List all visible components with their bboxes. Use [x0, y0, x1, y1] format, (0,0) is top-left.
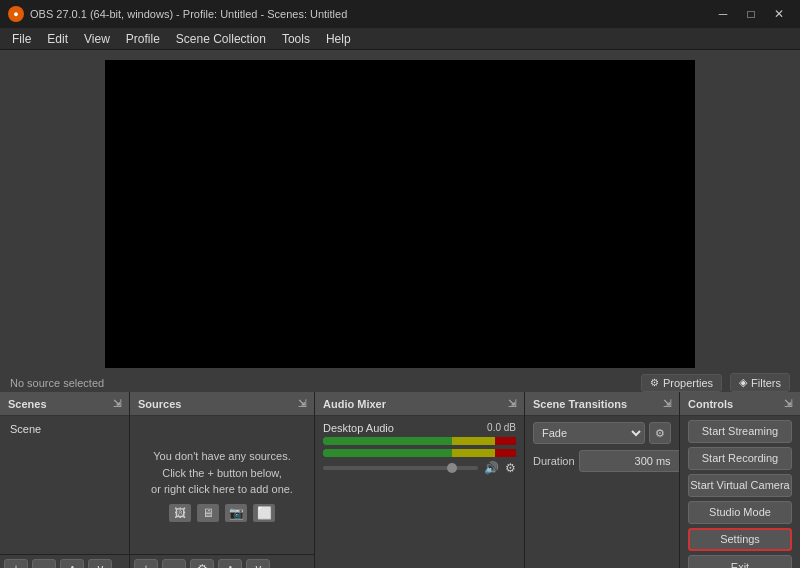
scenes-content: Scene — [0, 416, 129, 554]
menu-file[interactable]: File — [4, 28, 39, 50]
desktop-audio-label: Desktop Audio — [323, 422, 394, 434]
sources-up-button[interactable]: ∧ — [218, 559, 242, 569]
transition-type-select[interactable]: Fade — [533, 422, 645, 444]
window-title: OBS 27.0.1 (64-bit, windows) - Profile: … — [30, 8, 347, 20]
audio-content: Desktop Audio 0.0 dB — [315, 416, 524, 568]
scenes-header: Scenes ⇲ — [0, 392, 129, 416]
close-button[interactable]: ✕ — [766, 4, 792, 24]
audio-mixer-panel: Audio Mixer ⇲ Desktop Audio 0.0 dB — [315, 392, 525, 568]
source-icon-image: 🖼 — [169, 504, 191, 522]
bottom-panels: Scenes ⇲ Scene + − ∧ ∨ Sources ⇲ You don… — [0, 392, 800, 568]
scenes-panel: Scenes ⇲ Scene + − ∧ ∨ — [0, 392, 130, 568]
audio-db: 0.0 dB — [487, 422, 516, 434]
meter-green — [323, 437, 452, 445]
menu-scene-collection[interactable]: Scene Collection — [168, 28, 274, 50]
duration-input[interactable] — [579, 450, 679, 472]
menu-tools[interactable]: Tools — [274, 28, 318, 50]
audio-expand-icon[interactable]: ⇲ — [508, 398, 516, 409]
audio-track: Desktop Audio 0.0 dB — [315, 416, 524, 481]
duration-label: Duration — [533, 455, 575, 467]
source-icon-monitor: 🖥 — [197, 504, 219, 522]
scenes-down-button[interactable]: ∨ — [88, 559, 112, 569]
start-recording-button[interactable]: Start Recording — [688, 447, 792, 470]
scenes-add-button[interactable]: + — [4, 559, 28, 569]
preview-area — [0, 50, 800, 373]
maximize-button[interactable]: □ — [738, 4, 764, 24]
scenes-remove-button[interactable]: − — [32, 559, 56, 569]
sources-settings-button[interactable]: ⚙ — [190, 559, 214, 569]
menu-view[interactable]: View — [76, 28, 118, 50]
filter-icon: ◈ — [739, 376, 747, 389]
meter-bar — [323, 437, 516, 445]
sources-hint-line3: or right click here to add one. — [151, 481, 293, 498]
source-icon-window: ⬜ — [253, 504, 275, 522]
controls-expand-icon[interactable]: ⇲ — [784, 398, 792, 409]
transition-settings-icon[interactable]: ⚙ — [649, 422, 671, 444]
settings-button[interactable]: Settings — [688, 528, 792, 551]
sources-content: You don't have any sources. Click the + … — [130, 416, 314, 554]
preview-canvas — [105, 60, 695, 368]
mute-icon[interactable]: 🔊 — [484, 461, 499, 475]
sources-footer: + − ⚙ ∧ ∨ — [130, 554, 314, 568]
menu-profile[interactable]: Profile — [118, 28, 168, 50]
audio-mixer-title: Audio Mixer — [323, 398, 386, 410]
controls-header: Controls ⇲ — [680, 392, 800, 416]
sources-down-button[interactable]: ∨ — [246, 559, 270, 569]
title-bar: ● OBS 27.0.1 (64-bit, windows) - Profile… — [0, 0, 800, 28]
start-streaming-button[interactable]: Start Streaming — [688, 420, 792, 443]
scenes-title: Scenes — [8, 398, 47, 410]
source-icon-camera: 📷 — [225, 504, 247, 522]
properties-button[interactable]: ⚙ Properties — [641, 374, 722, 392]
filters-label: Filters — [751, 377, 781, 389]
app-icon: ● — [8, 6, 24, 22]
meter-yellow-2 — [452, 449, 495, 457]
sources-panel: Sources ⇲ You don't have any sources. Cl… — [130, 392, 315, 568]
sources-remove-button[interactable]: − — [162, 559, 186, 569]
controls-panel: Controls ⇲ Start Streaming Start Recordi… — [680, 392, 800, 568]
minimize-button[interactable]: ─ — [710, 4, 736, 24]
sources-header: Sources ⇲ — [130, 392, 314, 416]
audio-track-label: Desktop Audio 0.0 dB — [323, 422, 516, 434]
sources-add-button[interactable]: + — [134, 559, 158, 569]
sources-expand-icon[interactable]: ⇲ — [298, 398, 306, 409]
scene-item[interactable]: Scene — [4, 420, 125, 438]
meter-red — [495, 437, 516, 445]
menu-edit[interactable]: Edit — [39, 28, 76, 50]
properties-label: Properties — [663, 377, 713, 389]
filters-button[interactable]: ◈ Filters — [730, 373, 790, 392]
controls-title: Controls — [688, 398, 733, 410]
sources-hint: You don't have any sources. Click the + … — [151, 448, 293, 498]
audio-settings-icon[interactable]: ⚙ — [505, 461, 516, 475]
gear-icon: ⚙ — [650, 377, 659, 388]
sources-hint-line1: You don't have any sources. — [151, 448, 293, 465]
meter-green-2 — [323, 449, 452, 457]
meter-red-2 — [495, 449, 516, 457]
transitions-content: Fade ⚙ Duration ▲ ▼ — [525, 416, 679, 568]
volume-thumb[interactable] — [447, 463, 457, 473]
transitions-expand-icon[interactable]: ⇲ — [663, 398, 671, 409]
volume-slider[interactable] — [323, 466, 478, 470]
title-bar-left: ● OBS 27.0.1 (64-bit, windows) - Profile… — [8, 6, 347, 22]
scenes-expand-icon[interactable]: ⇲ — [113, 398, 121, 409]
audio-meter — [323, 437, 516, 445]
scenes-footer: + − ∧ ∨ — [0, 554, 129, 568]
exit-button[interactable]: Exit — [688, 555, 792, 568]
audio-controls: 🔊 ⚙ — [323, 461, 516, 475]
scene-transitions-panel: Scene Transitions ⇲ Fade ⚙ Duration ▲ ▼ — [525, 392, 680, 568]
sources-title: Sources — [138, 398, 181, 410]
scenes-up-button[interactable]: ∧ — [60, 559, 84, 569]
meter-yellow — [452, 437, 495, 445]
transitions-header: Scene Transitions ⇲ — [525, 392, 679, 416]
start-virtual-camera-button[interactable]: Start Virtual Camera — [688, 474, 792, 497]
audio-meter-2 — [323, 449, 516, 457]
no-source-label: No source selected — [10, 377, 104, 389]
studio-mode-button[interactable]: Studio Mode — [688, 501, 792, 524]
transition-duration-row: Duration ▲ ▼ — [533, 450, 671, 472]
main-area: No source selected ⚙ Properties ◈ Filter… — [0, 50, 800, 568]
meter-bar-2 — [323, 449, 516, 457]
menu-bar: File Edit View Profile Scene Collection … — [0, 28, 800, 50]
transition-type-row: Fade ⚙ — [533, 422, 671, 444]
menu-help[interactable]: Help — [318, 28, 359, 50]
source-bar: No source selected ⚙ Properties ◈ Filter… — [0, 373, 800, 392]
sources-icon-row: 🖼 🖥 📷 ⬜ — [169, 504, 275, 522]
